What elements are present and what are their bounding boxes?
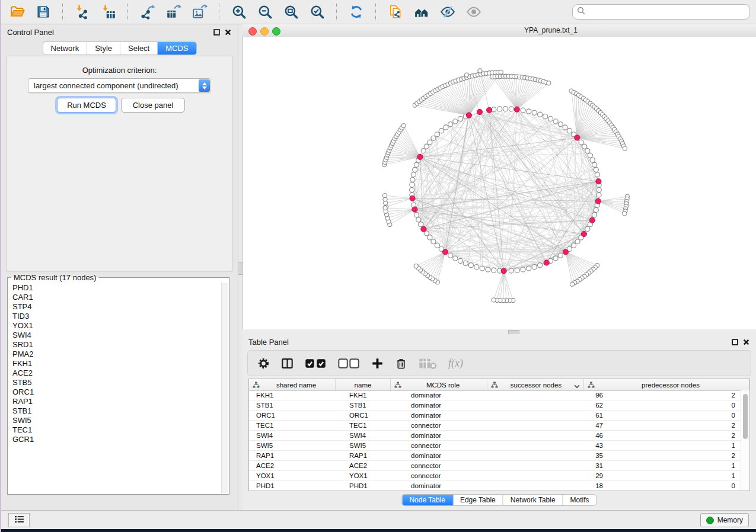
split-view-button[interactable] <box>281 356 294 370</box>
cell-shared: PHD1 <box>249 482 342 489</box>
zoom-out-button[interactable] <box>255 3 275 21</box>
mcds-result-item[interactable]: TID3 <box>9 312 221 321</box>
tab-style[interactable]: Style <box>87 42 120 55</box>
network-graph[interactable] <box>243 37 756 329</box>
add-column-button[interactable] <box>371 356 384 370</box>
zoom-in-button[interactable] <box>229 3 249 21</box>
mcds-result-item[interactable]: RAP1 <box>9 397 221 406</box>
task-history-button[interactable] <box>8 513 30 527</box>
settings-button[interactable] <box>257 356 270 370</box>
table-vertical-scrollbar[interactable] <box>741 390 749 491</box>
table-row[interactable]: TEC1TEC1connector472 <box>249 421 741 431</box>
column-header-name[interactable]: name <box>336 379 391 390</box>
mcds-result-item[interactable]: SWI5 <box>9 416 221 425</box>
mcds-result-scrollbar[interactable] <box>221 283 228 493</box>
table-row[interactable]: SWI5SWI5connector431 <box>249 441 741 451</box>
mcds-result-item[interactable]: STB5 <box>9 378 221 387</box>
open-file-button[interactable] <box>7 3 27 21</box>
tab-node-table[interactable]: Node Table <box>402 495 453 505</box>
chevron-down-icon <box>574 383 580 387</box>
cell-role: dominator <box>404 432 507 439</box>
export-table-button[interactable] <box>164 3 184 21</box>
zoom-fit-button[interactable] <box>281 3 301 21</box>
mcds-result-item[interactable]: YOX1 <box>9 321 221 331</box>
function-builder-button: f(x) <box>448 356 463 370</box>
cell-name: SWI4 <box>342 432 404 439</box>
close-panel-button[interactable]: Close panel <box>121 98 185 113</box>
mcds-result-item[interactable]: PHD1 <box>9 283 221 293</box>
window-close-traffic-light[interactable] <box>248 27 257 36</box>
mcds-result-item[interactable]: STB1 <box>9 406 221 416</box>
tab-edge-table[interactable]: Edge Table <box>453 495 503 505</box>
window-minimize-traffic-light[interactable] <box>260 27 269 36</box>
mcds-result-item[interactable]: ACE2 <box>9 368 221 378</box>
criterion-dropdown[interactable]: largest connected component (undirected) <box>28 78 211 93</box>
mcds-result-item[interactable]: GCR1 <box>9 435 221 444</box>
tab-network-table[interactable]: Network Table <box>503 495 563 505</box>
network-window-titlebar[interactable]: YPA_prune.txt_1 <box>243 24 756 37</box>
tab-select[interactable]: Select <box>120 42 158 55</box>
table-header-row: shared namenameMCDS rolesuccessor nodesp… <box>249 379 749 391</box>
save-session-button[interactable] <box>33 3 53 21</box>
first-neighbors-button[interactable] <box>412 3 432 21</box>
toolbar-separator <box>336 4 337 20</box>
table-row[interactable]: ORC1ORC1dominator610 <box>249 411 741 421</box>
table-row[interactable]: PHD1PHD1dominator180 <box>249 481 741 491</box>
mcds-result-item[interactable]: CAR1 <box>9 293 221 302</box>
table-row[interactable]: FKH1FKH1dominator962 <box>249 390 741 400</box>
table-row[interactable]: ACE2ACE2connector311 <box>249 461 741 471</box>
table-scrollbar-thumb[interactable] <box>743 394 748 439</box>
cell-succ: 47 <box>507 422 611 429</box>
cell-shared: ACE2 <box>249 462 342 469</box>
select-all-columns-button[interactable] <box>305 356 327 370</box>
column-header-shared-name[interactable]: shared name <box>249 379 336 390</box>
zoom-selected-button[interactable] <box>307 3 327 21</box>
table-row[interactable]: STB1STB1dominator620 <box>249 400 741 411</box>
search-input[interactable] <box>585 6 745 18</box>
table-row[interactable]: YOX1YOX1connector291 <box>249 471 741 481</box>
cell-succ: 46 <box>507 432 611 439</box>
table-panel-close-button[interactable] <box>742 338 749 345</box>
control-panel-close-button[interactable] <box>224 28 231 36</box>
control-panel-float-button[interactable] <box>213 28 220 36</box>
column-header-successor-nodes[interactable]: successor nodes <box>487 379 584 390</box>
refresh-button[interactable] <box>346 3 366 21</box>
delete-column-button[interactable] <box>395 356 407 370</box>
hide-selected-button[interactable] <box>438 3 458 21</box>
column-header-label: MCDS role <box>426 382 460 389</box>
tab-mcds[interactable]: MCDS <box>158 42 196 55</box>
mcds-result-item[interactable]: ORC1 <box>9 387 221 397</box>
mcds-result-item[interactable]: PMA2 <box>9 350 221 359</box>
search-field[interactable] <box>572 4 750 20</box>
unselect-all-columns-button[interactable] <box>338 356 360 370</box>
table-row[interactable]: SWI4SWI4dominator462 <box>249 431 741 441</box>
export-network-icon <box>140 4 155 20</box>
mcds-result-item[interactable]: STP4 <box>9 302 221 312</box>
cell-role: dominator <box>404 412 507 419</box>
zoom-in-icon <box>231 4 247 20</box>
mcds-result-item[interactable]: TEC1 <box>9 425 221 435</box>
table-body: FKH1FKH1dominator962STB1STB1dominator620… <box>249 390 741 491</box>
horizontal-splitter[interactable] <box>243 329 756 334</box>
network-canvas[interactable] <box>243 37 756 329</box>
import-network-button[interactable] <box>72 3 92 21</box>
mcds-result-item[interactable]: FKH1 <box>9 359 221 368</box>
export-image-button[interactable] <box>190 3 210 21</box>
run-mcds-button[interactable]: Run MCDS <box>57 98 116 113</box>
export-network-button[interactable] <box>138 3 158 21</box>
column-header-label: successor nodes <box>511 382 562 389</box>
list-icon <box>14 515 24 525</box>
mcds-result-item[interactable]: SWI4 <box>9 331 221 340</box>
mcds-result-item[interactable]: SRD1 <box>9 340 221 350</box>
import-table-button[interactable] <box>98 3 119 21</box>
tab-network[interactable]: Network <box>43 42 87 55</box>
tab-motifs[interactable]: Motifs <box>563 495 596 505</box>
window-zoom-traffic-light[interactable] <box>272 27 280 36</box>
table-row[interactable]: RAP1RAP1dominator352 <box>249 451 741 461</box>
new-network-from-selection-button[interactable] <box>385 3 406 21</box>
column-header-mcds-role[interactable]: MCDS role <box>391 379 487 390</box>
column-header-predecessor-nodes[interactable]: predecessor nodes <box>584 379 749 390</box>
table-panel-float-button[interactable] <box>731 338 738 345</box>
memory-button[interactable]: Memory <box>700 513 749 527</box>
mcds-result-list[interactable]: PHD1CAR1STP4TID3YOX1SWI4SRD1PMA2FKH1ACE2… <box>9 283 221 493</box>
